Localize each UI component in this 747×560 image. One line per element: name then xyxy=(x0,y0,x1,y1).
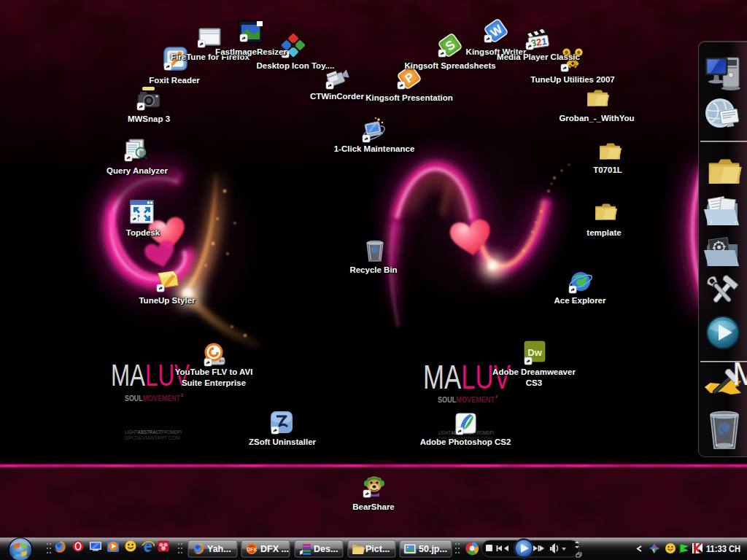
svg-text:DFX: DFX xyxy=(247,547,258,552)
svg-text:DFX ...: DFX ... xyxy=(260,544,289,554)
svg-text:SOULMOVEMENT: SOULMOVEMENT xyxy=(438,396,495,404)
svg-text:50.jp...: 50.jp... xyxy=(419,544,447,554)
svg-text:Yah...: Yah... xyxy=(207,544,231,554)
svg-text:M: M xyxy=(732,355,747,392)
svg-text:Pict...: Pict... xyxy=(365,544,390,554)
svg-text:DPI.DEVIANTART.COM: DPI.DEVIANTART.COM xyxy=(125,435,180,440)
svg-text:Dw: Dw xyxy=(527,347,542,358)
svg-text:SOULMOVEMENT: SOULMOVEMENT xyxy=(125,394,180,402)
svg-text:LIGHTABSTRACTFROMDPI: LIGHTABSTRACTFROMDPI xyxy=(125,429,182,435)
svg-text:Des...: Des... xyxy=(314,544,338,554)
svg-text:11:33 CH: 11:33 CH xyxy=(706,543,740,554)
